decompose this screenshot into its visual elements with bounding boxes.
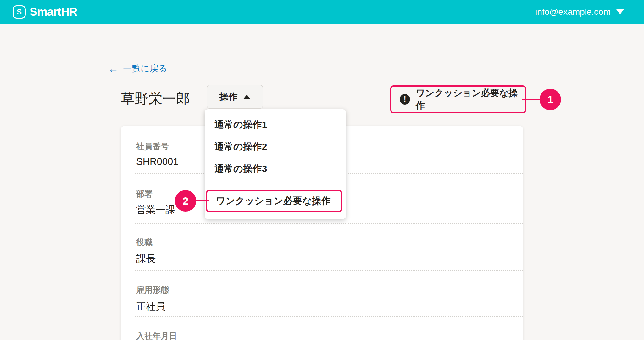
page-title: 草野栄一郎: [121, 89, 190, 108]
exclamation-icon: !: [400, 94, 410, 105]
action-dropdown: 通常の操作1 通常の操作2 通常の操作3 ワンクッション必要な操作: [205, 109, 346, 219]
action-button-label: 操作: [219, 91, 238, 103]
account-menu[interactable]: info@example.com: [535, 7, 624, 17]
field-value-employee-number: SHR0001: [136, 156, 178, 167]
field-label-employee-number: 社員番号: [136, 142, 169, 151]
menu-item-normal-2[interactable]: 通常の操作2: [205, 136, 346, 158]
callout-label: ワンクッション必要な操作: [416, 87, 525, 112]
field-label-department: 部署: [136, 190, 153, 199]
page: S SmartHR info@example.com ← 一覧に戻る 草野栄一郎…: [0, 0, 644, 340]
account-email: info@example.com: [535, 7, 611, 17]
top-bar: S SmartHR info@example.com: [0, 0, 644, 24]
menu-divider: [214, 184, 336, 184]
field-separator: [135, 223, 523, 224]
menu-item-normal-1[interactable]: 通常の操作1: [205, 114, 346, 136]
callout-one-cushion: ! ワンクッション必要な操作: [390, 85, 526, 113]
menu-item-normal-3[interactable]: 通常の操作3: [205, 158, 346, 180]
caret-up-icon: [243, 95, 251, 99]
back-to-list-link[interactable]: ← 一覧に戻る: [108, 63, 167, 75]
field-value-employment-type: 正社員: [136, 301, 165, 312]
menu-item-one-cushion[interactable]: ワンクッション必要な操作: [206, 190, 342, 212]
action-menu-button[interactable]: 操作: [207, 85, 263, 109]
annotation-badge-2: 2: [175, 190, 196, 212]
smarthr-logo-icon: S: [13, 5, 26, 19]
arrow-left-icon: ←: [108, 63, 119, 74]
brand: S SmartHR: [13, 5, 77, 19]
brand-name: SmartHR: [30, 5, 77, 19]
field-label-position: 役職: [136, 238, 153, 247]
caret-down-icon: [616, 9, 624, 14]
annotation-badge-1: 1: [540, 89, 561, 110]
field-label-employment-type: 雇用形態: [136, 286, 169, 295]
field-separator: [135, 270, 523, 271]
logo-letter: S: [17, 8, 22, 16]
field-separator: [135, 316, 523, 317]
back-link-label: 一覧に戻る: [123, 63, 167, 75]
field-label-hire-date: 入社年月日: [136, 332, 177, 340]
field-value-department: 営業一課: [136, 204, 175, 216]
field-value-position: 課長: [136, 253, 156, 264]
